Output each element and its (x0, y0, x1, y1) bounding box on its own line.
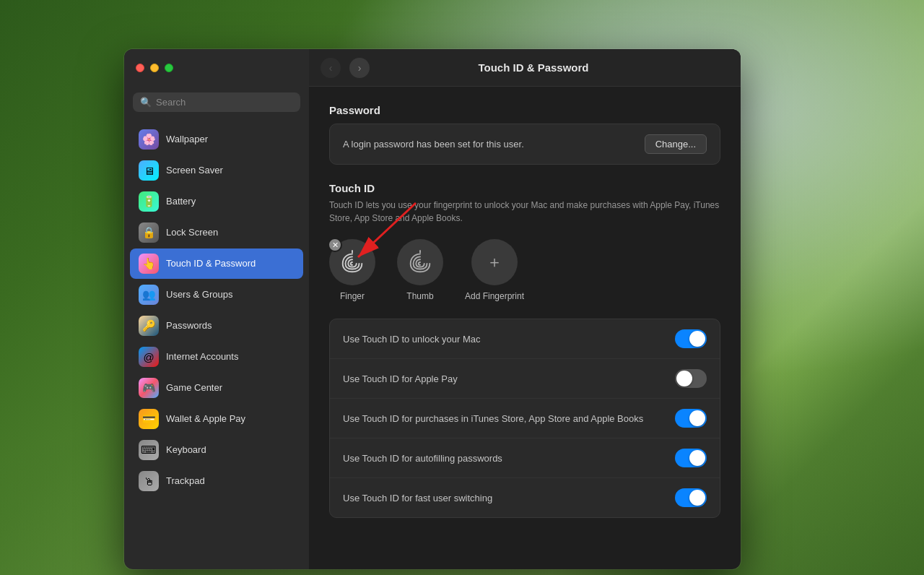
fingerprint-thumb[interactable]: Thumb (397, 239, 443, 301)
toggle-knob-fast_switching (689, 490, 705, 506)
toggle-knob-apple_pay (676, 371, 692, 386)
toggle-row-apple_pay: Use Touch ID for Apple Pay (330, 359, 720, 399)
toggle-row-fast_switching: Use Touch ID for fast user switching (330, 478, 720, 517)
sidebar: 🔍 🌸 Wallpaper 🖥 Screen Saver 🔋 Battery 🔒 (124, 49, 309, 569)
toggle-knob-purchases (689, 410, 705, 426)
password-section-title: Password (329, 104, 720, 116)
sidebar-item-wallet[interactable]: 💳 Wallet & Apple Pay (130, 404, 303, 434)
sidebar-icon-screensaver: 🖥 (139, 160, 159, 181)
sidebar-label-internetaccounts: Internet Accounts (166, 351, 238, 363)
fingerprint-finger[interactable]: ✕ Finger (329, 239, 375, 301)
sidebar-item-wallpaper[interactable]: 🌸 Wallpaper (130, 124, 303, 155)
sidebar-label-passwords: Passwords (166, 320, 212, 332)
finger-delete-button[interactable]: ✕ (328, 238, 342, 252)
system-preferences-window: 🔍 🌸 Wallpaper 🖥 Screen Saver 🔋 Battery 🔒 (124, 49, 741, 569)
add-fingerprint-icon: ＋ (487, 251, 502, 273)
sidebar-list: 🌸 Wallpaper 🖥 Screen Saver 🔋 Battery 🔒 L… (124, 121, 309, 569)
content-scroll: Password A login password has been set f… (309, 87, 741, 569)
toggle-row-autofill: Use Touch ID for autofilling passwords (330, 438, 720, 478)
toggle-label-purchases: Use Touch ID for purchases in iTunes Sto… (343, 413, 643, 424)
page-title: Touch ID & Password (378, 61, 689, 74)
toggle-list: Use Touch ID to unlock your Mac Use Touc… (329, 319, 720, 518)
sidebar-label-touchid: Touch ID & Password (166, 258, 256, 270)
add-fingerprint-label: Add Fingerprint (465, 291, 524, 301)
touchid-description: Touch ID lets you use your fingerprint t… (329, 199, 720, 225)
sidebar-label-lockscreen: Lock Screen (166, 227, 218, 239)
toggle-apple_pay[interactable] (675, 369, 707, 388)
toggle-label-apple_pay: Use Touch ID for Apple Pay (343, 373, 458, 384)
fingerprints-row: ✕ Finger (329, 239, 720, 301)
sidebar-label-battery: Battery (166, 196, 196, 208)
main-content: ‹ › Touch ID & Password Password A login… (309, 49, 741, 569)
minimize-button[interactable] (150, 64, 159, 72)
toggle-autofill[interactable] (675, 449, 707, 467)
sidebar-item-users[interactable]: 👥 Users & Groups (130, 280, 303, 310)
sidebar-icon-gamecenter: 🎮 (139, 378, 159, 398)
sidebar-icon-users: 👥 (139, 285, 159, 305)
close-button[interactable] (136, 64, 144, 72)
search-icon: 🔍 (140, 97, 152, 108)
sidebar-icon-internetaccounts: @ (139, 347, 159, 367)
sidebar-label-users: Users & Groups (166, 289, 232, 301)
sidebar-label-keyboard: Keyboard (166, 444, 206, 457)
sidebar-label-trackpad: Trackpad (166, 475, 205, 488)
sidebar-item-battery[interactable]: 🔋 Battery (130, 186, 303, 217)
sidebar-icon-battery: 🔋 (139, 191, 159, 212)
sidebar-icon-wallpaper: 🌸 (139, 129, 159, 150)
back-button[interactable]: ‹ (321, 58, 341, 78)
toggle-knob-autofill (689, 450, 705, 466)
toggle-knob-unlock_mac (689, 331, 705, 347)
sidebar-icon-trackpad: 🖱 (139, 471, 159, 491)
sidebar-label-screensaver: Screen Saver (166, 165, 223, 177)
sidebar-icon-touchid: 👆 (139, 254, 159, 274)
sidebar-label-gamecenter: Game Center (166, 382, 222, 394)
maximize-button[interactable] (165, 64, 173, 72)
search-box[interactable]: 🔍 (133, 92, 300, 112)
sidebar-label-wallpaper: Wallpaper (166, 134, 208, 146)
add-fingerprint-circle[interactable]: ＋ (471, 239, 518, 285)
fingerprint-add[interactable]: ＋ Add Fingerprint (465, 239, 524, 301)
sidebar-icon-keyboard: ⌨ (139, 440, 159, 460)
sidebar-icon-wallet: 💳 (139, 409, 159, 429)
sidebar-item-lockscreen[interactable]: 🔒 Lock Screen (130, 217, 303, 248)
finger-icon (339, 248, 366, 276)
finger-circle[interactable]: ✕ (329, 239, 375, 285)
touchid-section-title: Touch ID (329, 182, 720, 194)
password-row: A login password has been set for this u… (329, 124, 720, 165)
sidebar-item-screensaver[interactable]: 🖥 Screen Saver (130, 155, 303, 186)
sidebar-item-internetaccounts[interactable]: @ Internet Accounts (130, 342, 303, 372)
toggle-unlock_mac[interactable] (675, 329, 707, 348)
change-password-button[interactable]: Change... (645, 134, 707, 154)
sidebar-item-gamecenter[interactable]: 🎮 Game Center (130, 373, 303, 403)
thumb-icon (406, 248, 434, 276)
search-input[interactable] (156, 97, 293, 108)
thumb-label: Thumb (406, 291, 433, 301)
sidebar-item-keyboard[interactable]: ⌨ Keyboard (130, 435, 303, 465)
toggle-label-unlock_mac: Use Touch ID to unlock your Mac (343, 334, 481, 345)
main-titlebar: ‹ › Touch ID & Password (309, 49, 741, 87)
password-description: A login password has been set for this u… (343, 139, 524, 150)
sidebar-item-passwords[interactable]: 🔑 Passwords (130, 311, 303, 341)
toggle-purchases[interactable] (675, 409, 707, 428)
sidebar-item-touchid[interactable]: 👆 Touch ID & Password (130, 248, 303, 279)
sidebar-icon-passwords: 🔑 (139, 316, 159, 336)
toggle-fast_switching[interactable] (675, 488, 707, 507)
sidebar-titlebar (124, 49, 309, 87)
toggle-label-fast_switching: Use Touch ID for fast user switching (343, 493, 492, 503)
sidebar-icon-lockscreen: 🔒 (139, 222, 159, 243)
sidebar-label-wallet: Wallet & Apple Pay (166, 413, 245, 425)
sidebar-item-trackpad[interactable]: 🖱 Trackpad (130, 466, 303, 496)
finger-label: Finger (340, 291, 365, 301)
thumb-circle[interactable] (397, 239, 443, 285)
forward-button[interactable]: › (349, 58, 370, 78)
toggle-row-purchases: Use Touch ID for purchases in iTunes Sto… (330, 399, 720, 438)
toggle-label-autofill: Use Touch ID for autofilling passwords (343, 453, 502, 464)
toggle-row-unlock_mac: Use Touch ID to unlock your Mac (330, 319, 720, 359)
